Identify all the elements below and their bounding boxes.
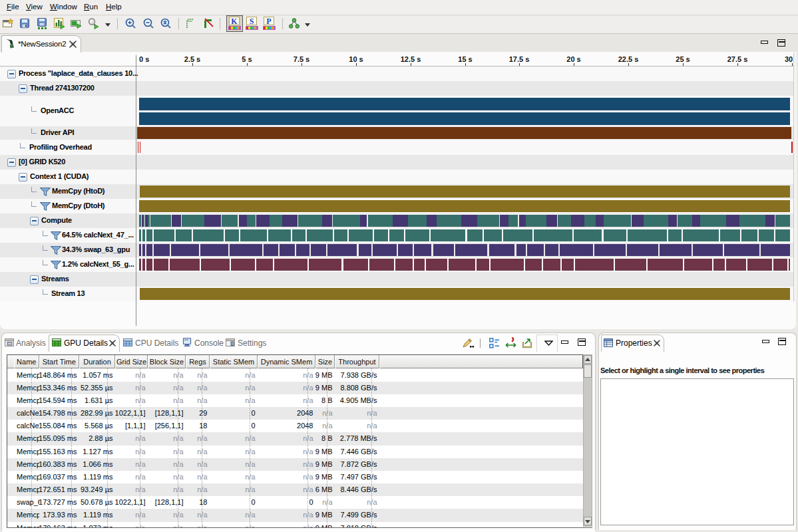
svg-text:P: P [266,17,271,26]
svg-text:K: K [231,17,238,26]
svg-text:S: S [250,17,254,26]
